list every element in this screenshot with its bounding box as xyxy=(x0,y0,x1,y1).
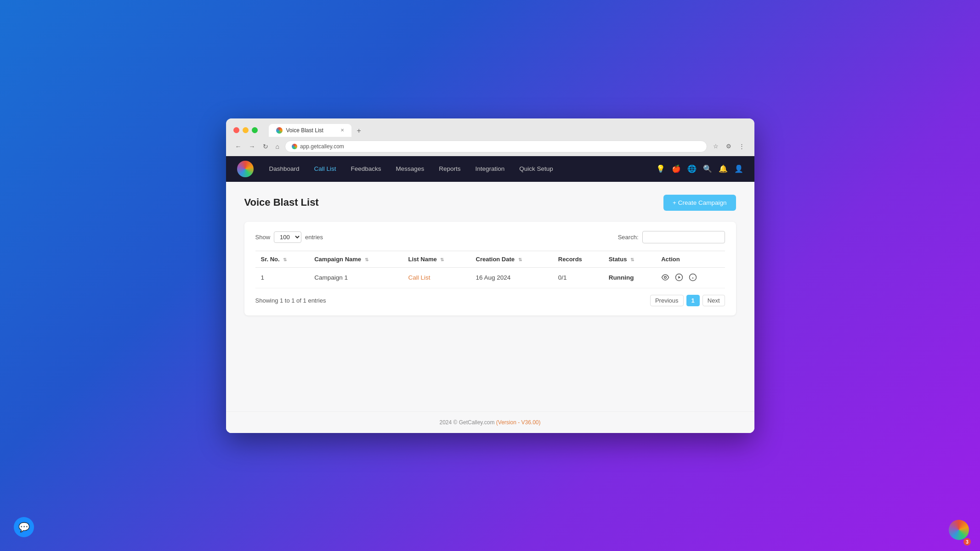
navbar-links: Dashboard Call List Feedbacks Messages R… xyxy=(263,163,656,175)
action-icons xyxy=(661,273,719,282)
show-label: Show xyxy=(255,234,271,241)
user-icon[interactable]: 👤 xyxy=(734,164,743,173)
navbar: Dashboard Call List Feedbacks Messages R… xyxy=(226,156,754,182)
nav-quick-setup[interactable]: Quick Setup xyxy=(513,163,560,175)
close-button[interactable] xyxy=(233,127,239,133)
app-container: Dashboard Call List Feedbacks Messages R… xyxy=(226,156,754,433)
pagination: Previous 1 Next xyxy=(650,295,725,306)
previous-button[interactable]: Previous xyxy=(650,295,684,306)
notification-badge: 3 xyxy=(963,538,971,545)
address-bar: ← → ↻ ⌂ app.getcalley.com ☆ ⚙ ⋮ xyxy=(226,137,754,156)
table-head: Sr. No. ⇅ Campaign Name ⇅ List Name ⇅ Cr… xyxy=(255,251,725,267)
bookmark-icon[interactable]: ☆ xyxy=(711,141,721,151)
entries-label: entries xyxy=(305,234,323,241)
menu-icon[interactable]: ⋮ xyxy=(736,141,747,151)
cell-records: 0/1 xyxy=(553,267,603,288)
showing-text: Showing 1 to 1 of 1 entries xyxy=(255,297,326,304)
search-input[interactable] xyxy=(642,231,725,243)
nav-reports[interactable]: Reports xyxy=(432,163,467,175)
footer-version[interactable]: (Version - V36.00) xyxy=(496,419,541,426)
sort-icon-date: ⇅ xyxy=(518,257,522,262)
nav-call-list[interactable]: Call List xyxy=(308,163,343,175)
light-icon[interactable]: 💡 xyxy=(656,164,665,173)
show-entries: Show 100 25 50 entries xyxy=(255,231,323,243)
nav-dashboard[interactable]: Dashboard xyxy=(263,163,306,175)
search-box: Search: xyxy=(618,231,725,243)
globe-icon[interactable]: 🌐 xyxy=(687,164,697,173)
col-records[interactable]: Records xyxy=(553,251,603,267)
tab-favicon xyxy=(276,127,283,134)
new-tab-button[interactable]: + xyxy=(353,125,365,137)
forward-button[interactable]: → xyxy=(247,142,257,151)
svg-marker-2 xyxy=(679,276,681,279)
back-button[interactable]: ← xyxy=(233,142,244,151)
extensions-icon[interactable]: ⚙ xyxy=(724,141,734,151)
col-status[interactable]: Status ⇅ xyxy=(603,251,656,267)
footer-text: 2024 © GetCalley.com xyxy=(439,419,494,426)
cell-sr-no: 1 xyxy=(255,267,309,288)
tab-bar: Voice Blast List ✕ + xyxy=(269,124,365,137)
col-campaign-name[interactable]: Campaign Name ⇅ xyxy=(309,251,402,267)
address-text: app.getcalley.com xyxy=(300,143,344,150)
window-controls xyxy=(233,127,258,133)
cell-list-name[interactable]: Call List xyxy=(403,267,470,288)
cell-action xyxy=(656,267,725,288)
navbar-logo[interactable] xyxy=(237,161,254,177)
nav-feedbacks[interactable]: Feedbacks xyxy=(345,163,388,175)
home-button[interactable]: ⌂ xyxy=(274,142,281,151)
tab-close-icon[interactable]: ✕ xyxy=(340,128,344,133)
cell-campaign-name: Campaign 1 xyxy=(309,267,402,288)
maximize-button[interactable] xyxy=(252,127,258,133)
table-footer: Showing 1 to 1 of 1 entries Previous 1 N… xyxy=(255,295,725,306)
chat-icon: 💬 xyxy=(18,522,30,533)
app-footer: 2024 © GetCalley.com (Version - V36.00) xyxy=(226,411,754,433)
page-header: Voice Blast List + Create Campaign xyxy=(244,195,736,211)
address-input[interactable]: app.getcalley.com xyxy=(285,141,707,152)
page-content: Voice Blast List + Create Campaign Show … xyxy=(226,182,754,411)
create-campaign-button[interactable]: + Create Campaign xyxy=(663,195,736,211)
reload-button[interactable]: ↻ xyxy=(261,142,270,151)
info-icon[interactable] xyxy=(689,273,698,282)
navbar-right: 💡 🍎 🌐 🔍 🔔 👤 xyxy=(656,164,743,173)
col-creation-date[interactable]: Creation Date ⇅ xyxy=(470,251,553,267)
browser-toolbar-right: ☆ ⚙ ⋮ xyxy=(711,141,747,151)
sort-icon-status: ⇅ xyxy=(630,257,634,262)
bell-icon[interactable]: 🔔 xyxy=(719,164,728,173)
col-list-name[interactable]: List Name ⇅ xyxy=(403,251,470,267)
page-title: Voice Blast List xyxy=(244,197,319,208)
data-table: Sr. No. ⇅ Campaign Name ⇅ List Name ⇅ Cr… xyxy=(255,251,725,288)
tab-title: Voice Blast List xyxy=(286,127,323,134)
table-card: Show 100 25 50 entries Search: xyxy=(244,222,736,315)
browser-titlebar: Voice Blast List ✕ + xyxy=(226,118,754,137)
sort-icon-list: ⇅ xyxy=(440,257,444,262)
search-icon[interactable]: 🔍 xyxy=(703,164,712,173)
minimize-button[interactable] xyxy=(243,127,249,133)
float-logo-button[interactable] xyxy=(949,520,969,540)
col-action: Action xyxy=(656,251,725,267)
address-favicon xyxy=(292,144,297,149)
sort-icon-campaign: ⇅ xyxy=(365,257,368,262)
nav-messages[interactable]: Messages xyxy=(390,163,431,175)
col-sr-no[interactable]: Sr. No. ⇅ xyxy=(255,251,309,267)
table-row: 1 Campaign 1 Call List 16 Aug 2024 0/1 R… xyxy=(255,267,725,288)
chat-float-button[interactable]: 💬 xyxy=(14,517,34,537)
search-label: Search: xyxy=(618,234,639,241)
next-button[interactable]: Next xyxy=(702,295,725,306)
cell-status: Running xyxy=(603,267,656,288)
play-icon[interactable] xyxy=(675,273,684,282)
active-tab[interactable]: Voice Blast List ✕ xyxy=(269,124,351,137)
page-number[interactable]: 1 xyxy=(686,295,700,306)
svg-point-0 xyxy=(664,276,667,278)
table-controls-top: Show 100 25 50 entries Search: xyxy=(255,231,725,243)
sort-icon-sr: ⇅ xyxy=(283,257,287,262)
view-icon[interactable] xyxy=(661,273,670,282)
table-body: 1 Campaign 1 Call List 16 Aug 2024 0/1 R… xyxy=(255,267,725,288)
nav-integration[interactable]: Integration xyxy=(469,163,511,175)
cell-creation-date: 16 Aug 2024 xyxy=(470,267,553,288)
entries-select[interactable]: 100 25 50 xyxy=(274,231,301,243)
apple-icon[interactable]: 🍎 xyxy=(672,164,681,173)
